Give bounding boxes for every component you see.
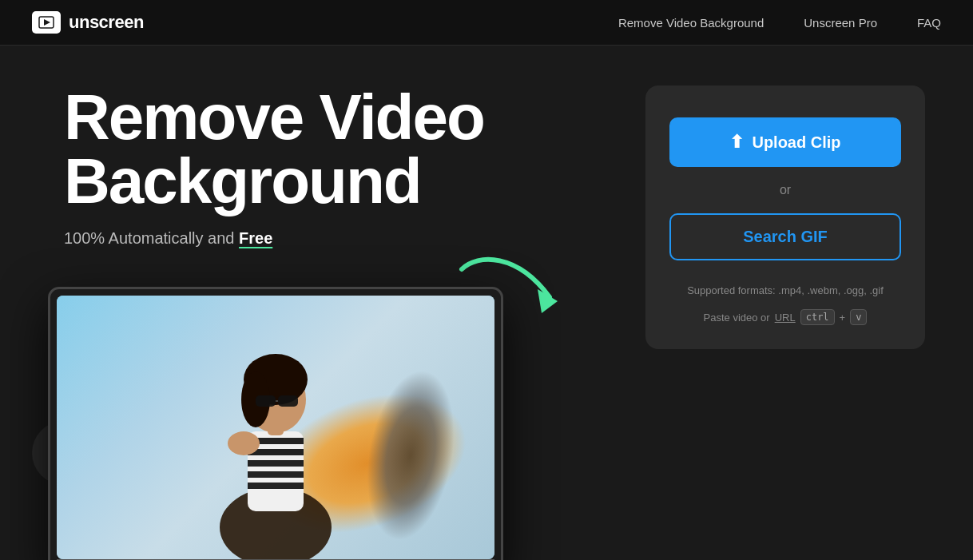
laptop-mockup xyxy=(48,287,503,560)
person-silhouette xyxy=(164,320,387,559)
hero-left: Remove Video Background 100% Automatical… xyxy=(64,85,614,560)
nav-pro-link[interactable]: Unscreen Pro xyxy=(804,16,877,30)
svg-rect-7 xyxy=(248,460,304,467)
search-gif-button[interactable]: Search GIF xyxy=(669,213,901,260)
logo-icon xyxy=(32,11,61,34)
paste-url-label[interactable]: URL xyxy=(775,312,796,324)
svg-point-17 xyxy=(228,431,260,455)
nav-remove-bg-link[interactable]: Remove Video Background xyxy=(618,16,764,30)
svg-rect-8 xyxy=(248,471,304,478)
kbd-v: v xyxy=(850,309,867,325)
svg-marker-1 xyxy=(44,19,50,26)
nav-faq-link[interactable]: FAQ xyxy=(917,16,941,30)
nav-links: Remove Video Background Unscreen Pro FAQ xyxy=(618,16,941,30)
kbd-ctrl: ctrl xyxy=(800,309,835,325)
upload-card: ⬆ Upload Clip or Search GIF Supported fo… xyxy=(645,85,925,349)
or-divider-text: or xyxy=(780,183,791,197)
supported-formats-text: Supported formats: .mp4, .webm, .ogg, .g… xyxy=(687,284,884,296)
upload-clip-button[interactable]: ⬆ Upload Clip xyxy=(669,117,901,167)
logo[interactable]: unscreen xyxy=(32,11,144,34)
svg-rect-14 xyxy=(256,395,276,407)
hero-right: ⬆ Upload Clip or Search GIF Supported fo… xyxy=(645,85,925,560)
hero-free-text: Free xyxy=(239,229,272,247)
logo-text: unscreen xyxy=(69,12,144,33)
paste-row: Paste video or URL ctrl + v xyxy=(704,309,868,325)
upload-icon: ⬆ xyxy=(729,132,744,153)
svg-rect-15 xyxy=(278,395,298,407)
hero-title: Remove Video Background xyxy=(64,85,614,213)
hero-section: Remove Video Background 100% Automatical… xyxy=(0,46,973,560)
logo-svg xyxy=(38,16,54,29)
navbar: unscreen Remove Video Background Unscree… xyxy=(0,0,973,46)
svg-rect-9 xyxy=(248,483,304,489)
